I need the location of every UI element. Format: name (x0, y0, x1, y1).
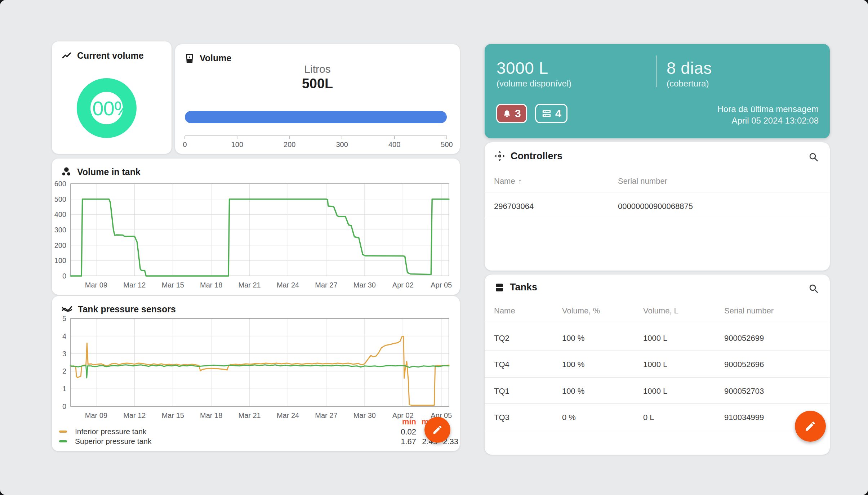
pencil-icon (804, 420, 816, 432)
tank-serial: 900052703 (724, 387, 764, 396)
tanks-icon (494, 282, 505, 293)
volume-progress-bar (185, 111, 447, 123)
controller-serial: 00000000900068875 (618, 202, 693, 211)
last-message-time: April 05 2024 13:02:08 (717, 115, 819, 126)
svg-text:Apr 05: Apr 05 (431, 281, 452, 289)
svg-text:200: 200 (54, 241, 66, 249)
tank-volume-pct: 100 % (562, 334, 584, 343)
tank-volume-l: 1000 L (643, 334, 667, 343)
svg-text:4: 4 (62, 332, 66, 340)
axis-tick (446, 136, 447, 139)
alerts-badge[interactable]: 3 (496, 104, 527, 123)
superior-legend-dash (59, 440, 67, 442)
controller-name: 296703064 (494, 202, 534, 211)
svg-text:Mar 27: Mar 27 (315, 281, 337, 289)
axis-tick (184, 136, 185, 139)
tanks-card: Tanks Name Volume, % Volume, L Serial nu… (485, 275, 830, 455)
svg-text:5: 5 (62, 315, 66, 322)
svg-text:Mar 24: Mar 24 (277, 411, 299, 419)
tanks-search-button[interactable] (807, 282, 820, 295)
tank-volume-pct: 0 % (562, 413, 576, 422)
current-volume-title-row: Current volume (61, 50, 144, 61)
tanks-title: Tanks (510, 282, 537, 293)
search-icon (808, 283, 819, 294)
controllers-card: Controllers Name↑ Serial number 29670306… (485, 142, 830, 271)
stat-inferior-min: 0.02 (390, 427, 416, 437)
tanks-title-row: Tanks (494, 282, 537, 293)
axis-tick-label: 200 (284, 141, 295, 149)
volume-in-tank-chart: 0100200300400500600Mar 09Mar 12Mar 15Mar… (54, 179, 458, 292)
svg-text:Mar 21: Mar 21 (238, 411, 261, 419)
edit-pressure-fab[interactable] (424, 417, 450, 443)
volume-in-tank-title: Volume in tank (77, 167, 141, 177)
svg-text:600: 600 (54, 180, 66, 188)
axis-tick-label: 0 (183, 141, 187, 149)
legend-item-superior: Superior pressure tank (59, 437, 151, 446)
tank-name: TQ2 (494, 334, 509, 343)
volume-in-tank-card: Volume in tank 0100200300400500600Mar 09… (52, 159, 460, 295)
coverage-days-caption: (cobertura) (667, 79, 709, 89)
multiline-chart-icon (61, 303, 73, 315)
svg-text:500: 500 (54, 195, 66, 203)
axis-tick-label: 100 (231, 141, 243, 149)
tank-volume-pct: 100 % (562, 387, 584, 396)
volume-in-tank-title-row: Volume in tank (61, 166, 141, 177)
volume-axis: 0100200300400500 (185, 135, 447, 146)
axis-tick (289, 136, 290, 139)
summary-divider (656, 55, 657, 87)
svg-text:0: 0 (62, 272, 66, 280)
svg-text:Mar 27: Mar 27 (315, 411, 337, 419)
tanks-col-serial[interactable]: Serial number (724, 306, 774, 316)
controllers-title-row: Controllers (494, 150, 562, 162)
controllers-title: Controllers (511, 151, 562, 162)
volume-title: Volume (200, 53, 231, 63)
glass-icon (184, 53, 195, 63)
tanks-col-volume-l[interactable]: Volume, L (643, 306, 678, 316)
svg-text:Mar 09: Mar 09 (85, 281, 107, 289)
legend-item-inferior: Inferior pressure tank (59, 427, 146, 436)
sort-asc-icon: ↑ (518, 177, 522, 185)
svg-text:3: 3 (62, 350, 66, 358)
svg-text:Mar 09: Mar 09 (85, 411, 107, 419)
controllers-col-serial[interactable]: Serial number (618, 177, 667, 186)
svg-text:Mar 30: Mar 30 (353, 411, 376, 419)
tank-serial: 910034999 (724, 413, 764, 422)
axis-tick (237, 136, 237, 139)
controllers-col-name[interactable]: Name↑ (494, 177, 522, 186)
svg-text:Mar 30: Mar 30 (353, 281, 376, 289)
tank-name: TQ1 (494, 387, 509, 396)
current-volume-title: Current volume (77, 50, 144, 61)
tank-name: TQ4 (494, 360, 509, 369)
superior-legend-label: Superior pressure tank (75, 437, 151, 445)
tanks-col-name[interactable]: Name (494, 306, 515, 316)
tanks-col-volume-pct[interactable]: Volume, % (562, 306, 600, 316)
edit-tanks-fab[interactable] (795, 411, 826, 442)
svg-text:Mar 12: Mar 12 (123, 411, 146, 419)
axis-tick-label: 400 (388, 141, 400, 149)
svg-text:2: 2 (62, 367, 66, 375)
volume-unit-label: Litros (175, 63, 460, 75)
controllers-search-button[interactable] (807, 151, 820, 163)
svg-text:Apr 02: Apr 02 (392, 281, 414, 289)
svg-text:400: 400 (54, 210, 66, 218)
axis-tick-label: 500 (441, 141, 453, 149)
tank-volume-l: 0 L (643, 413, 654, 422)
coverage-days-value: 8 dias (667, 58, 712, 78)
volume-title-row: Volume (184, 53, 231, 63)
storage-rows-icon (541, 108, 552, 119)
bubble-chart-icon (61, 166, 72, 177)
svg-text:Mar 15: Mar 15 (162, 411, 184, 419)
volume-percent: 100% (81, 97, 132, 120)
svg-text:0: 0 (62, 402, 66, 410)
pressure-title-row: Tank pressure sensors (61, 303, 176, 315)
alerts-count: 3 (515, 107, 521, 120)
tank-serial: 900052699 (724, 334, 764, 343)
inferior-legend-dash (59, 431, 67, 433)
current-volume-card: Current volume 100% (52, 41, 172, 154)
available-volume-caption: (volume disponível) (497, 79, 571, 89)
svg-text:Mar 18: Mar 18 (200, 411, 222, 419)
devices-badge[interactable]: 4 (535, 104, 567, 123)
search-icon (808, 152, 819, 162)
svg-text:Mar 24: Mar 24 (277, 281, 299, 289)
axis-tick-label: 300 (336, 141, 348, 149)
